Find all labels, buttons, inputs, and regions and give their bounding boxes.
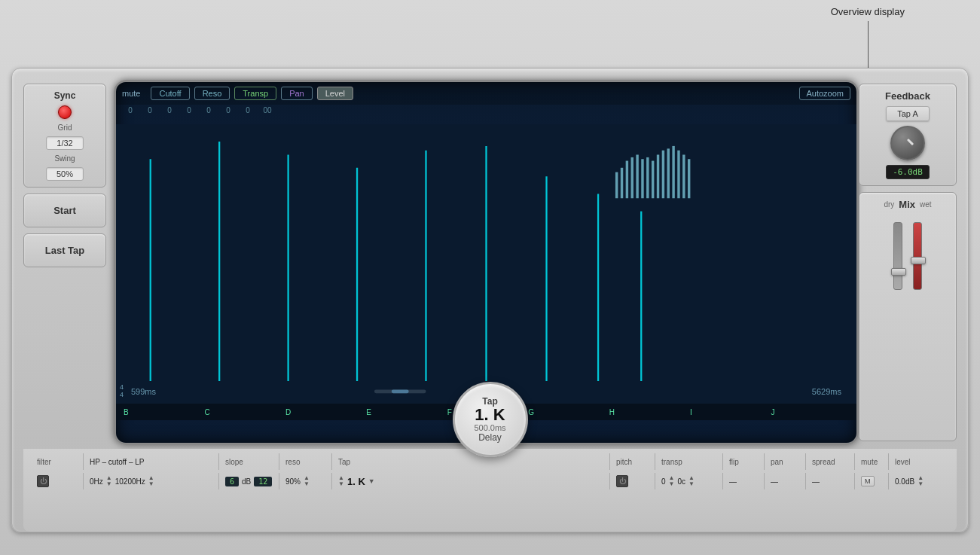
unit-down[interactable]: ▼ xyxy=(688,481,695,487)
transp-down[interactable]: ▼ xyxy=(669,481,675,487)
mute-2[interactable]: 0 xyxy=(161,106,178,114)
mute-3[interactable]: 0 xyxy=(181,106,197,114)
tap-circle-time: 500.0ms xyxy=(474,423,505,432)
filter-power-section: ⏻ xyxy=(31,473,84,489)
mute-section-label: mute xyxy=(855,453,889,470)
filter-power-button[interactable]: ⏻ xyxy=(37,475,49,487)
reso-stepper[interactable]: ▲ ▼ xyxy=(304,475,310,487)
flip-values-section: — xyxy=(723,473,765,489)
feedback-knob[interactable] xyxy=(890,126,925,160)
slope-values-section: 6 dB 12 xyxy=(219,473,279,489)
grid-value[interactable]: 1/32 xyxy=(46,136,84,150)
slope-value[interactable]: 6 xyxy=(225,477,239,486)
tab-cutoff[interactable]: Cutoff xyxy=(151,87,189,100)
slope-label: slope xyxy=(225,458,243,466)
reso-value[interactable]: 90% xyxy=(285,477,301,486)
spread-values-section: — xyxy=(806,473,855,489)
mix-group: dry Mix wet xyxy=(859,192,957,441)
last-tap-button[interactable]: Last Tap xyxy=(23,233,106,267)
mix-label: Mix xyxy=(899,199,915,210)
lp-value[interactable]: 10200Hz xyxy=(115,477,145,486)
level-values-section: 0.0dB ▲ ▼ xyxy=(889,473,949,489)
mute-toggle-button[interactable]: M xyxy=(861,476,875,486)
hp-down-arrow[interactable]: ▼ xyxy=(106,481,112,487)
beat-e: E xyxy=(365,408,445,416)
tap-circle-main-value: 1. K xyxy=(475,407,505,423)
transp-unit[interactable]: 0c xyxy=(677,477,685,486)
right-panel: Feedback Tap A -6.0dB dry Mix wet xyxy=(859,84,957,441)
pan-section-label: pan xyxy=(765,453,806,470)
slope-unit: dB xyxy=(242,477,251,486)
tap-value[interactable]: 1. K xyxy=(347,476,365,487)
svg-rect-20 xyxy=(667,148,670,198)
pitch-values-section: ⏻ xyxy=(610,473,655,489)
level-down[interactable]: ▼ xyxy=(917,481,924,487)
tap-down[interactable]: ▼ xyxy=(338,481,344,487)
mute-4[interactable]: 0 xyxy=(200,106,217,114)
beat-h: H xyxy=(608,408,688,416)
level-value[interactable]: 0.0dB xyxy=(895,477,914,486)
tap-values-section: ▲ ▼ 1. K ▼ xyxy=(332,473,610,489)
tab-reso[interactable]: Reso xyxy=(194,87,230,100)
hp-value[interactable]: 0Hz xyxy=(90,477,103,486)
lp-stepper[interactable]: ▲ ▼ xyxy=(148,475,154,487)
mute-1[interactable]: 0 xyxy=(142,106,158,114)
plugin-container: Overview display Sync Grid 1/32 Swing 50… xyxy=(0,0,980,555)
waveform-svg xyxy=(116,124,856,420)
transp-unit-stepper[interactable]: ▲ ▼ xyxy=(688,475,695,487)
feedback-label: Feedback xyxy=(885,90,930,102)
flip-label: flip xyxy=(729,458,739,466)
grid-label: Grid xyxy=(58,124,72,132)
tap-circle-button[interactable]: Tap 1. K 500.0ms Delay xyxy=(453,382,528,457)
tap-dropdown-icon[interactable]: ▼ xyxy=(368,477,375,485)
mute-header-label: mute xyxy=(122,89,140,98)
autozoom-button[interactable]: Autozoom xyxy=(799,87,850,100)
hp-stepper[interactable]: ▲ ▼ xyxy=(106,475,112,487)
slope-value2[interactable]: 12 xyxy=(254,477,272,486)
transp-section-label: transp xyxy=(655,453,723,470)
sync-led[interactable] xyxy=(58,105,72,119)
beat-g: G xyxy=(527,408,607,416)
tab-transp[interactable]: Transp xyxy=(234,87,276,100)
transp-value[interactable]: 0 xyxy=(661,477,666,486)
level-stepper[interactable]: ▲ ▼ xyxy=(917,475,924,487)
pitch-power-button[interactable]: ⏻ xyxy=(616,475,628,487)
wet-slider-track[interactable] xyxy=(913,222,922,290)
flip-section-label: flip xyxy=(723,453,765,470)
level-label: level xyxy=(895,458,911,466)
spread-section-label: spread xyxy=(806,453,855,470)
tab-pan[interactable]: Pan xyxy=(281,87,313,100)
beat-j: J xyxy=(770,408,850,416)
sync-label: Sync xyxy=(54,90,76,101)
tab-level[interactable]: Level xyxy=(317,87,353,100)
start-button[interactable]: Start xyxy=(23,194,106,227)
svg-rect-22 xyxy=(677,151,679,199)
dry-slider-thumb[interactable] xyxy=(891,268,906,276)
filter-values-section: 0Hz ▲ ▼ 10200Hz ▲ ▼ xyxy=(84,473,219,489)
transp-stepper[interactable]: ▲ ▼ xyxy=(669,475,675,487)
svg-rect-12 xyxy=(626,161,628,199)
mute-values-section: M xyxy=(855,473,889,489)
lp-down-arrow[interactable]: ▼ xyxy=(148,481,154,487)
mute-7[interactable]: 00 xyxy=(259,106,276,114)
svg-rect-14 xyxy=(636,154,638,198)
annotation-text: Overview display xyxy=(831,6,905,17)
swing-value[interactable]: 50% xyxy=(46,167,84,181)
mute-6[interactable]: 0 xyxy=(240,106,256,114)
reso-down[interactable]: ▼ xyxy=(304,481,310,487)
filter-label: filter xyxy=(37,458,51,466)
wet-slider-thumb[interactable] xyxy=(911,257,926,264)
svg-rect-21 xyxy=(672,146,674,198)
filter-type: HP – cutoff – LP xyxy=(90,458,144,466)
tap-stepper[interactable]: ▲ ▼ xyxy=(338,475,344,487)
plugin-body: Sync Grid 1/32 Swing 50% Start Last Tap … xyxy=(11,68,969,532)
tap-a-button[interactable]: Tap A xyxy=(886,106,930,121)
mute-0[interactable]: 0 xyxy=(122,106,139,114)
mix-sliders xyxy=(893,215,922,290)
mute-5[interactable]: 0 xyxy=(220,106,237,114)
filter-type-section: HP – cutoff – LP xyxy=(84,453,219,470)
reso-section-label: reso xyxy=(279,453,332,470)
dry-slider-track[interactable] xyxy=(893,222,902,290)
reso-values-section: 90% ▲ ▼ xyxy=(279,473,332,489)
transp-label: transp xyxy=(661,458,682,466)
